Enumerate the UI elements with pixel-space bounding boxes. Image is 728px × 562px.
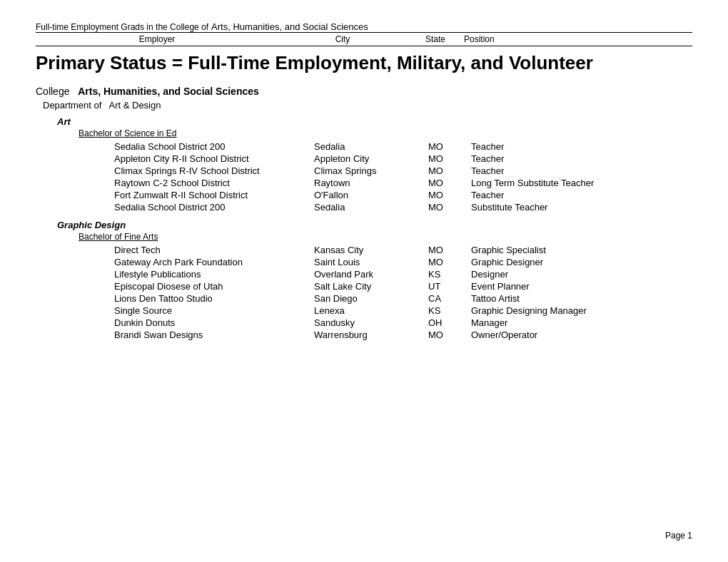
- position-cell: Designer: [471, 269, 671, 280]
- table-row: Sedalia School District 200SedaliaMOSubs…: [36, 202, 692, 213]
- employer-cell: Gateway Arch Park Foundation: [114, 257, 314, 267]
- city-cell: Warrensburg: [314, 329, 428, 340]
- state-cell: MO: [428, 165, 471, 176]
- table-row: Lifestyle PublicationsOverland ParkKSDes…: [36, 269, 692, 280]
- table-row: Episcopal Diosese of UtahSalt Lake CityU…: [36, 281, 692, 292]
- position-cell: Tattoo Artist: [471, 293, 671, 304]
- report-header: Full-time Employment Grads in the Colleg…: [36, 21, 692, 46]
- employer-cell: Single Source: [114, 305, 314, 316]
- page-number: Page 1: [665, 531, 692, 541]
- col-header-employer: Employer: [36, 34, 278, 44]
- department-name: Art & Design: [109, 100, 161, 111]
- city-cell: San Diego: [314, 293, 428, 304]
- city-cell: Sandusky: [314, 317, 428, 328]
- header-college: Arts, Humanities, and Social Sciences: [211, 21, 368, 32]
- employer-cell: Sedalia School District 200: [114, 202, 314, 213]
- table-row: Brandi Swan DesignsWarrensburgMOOwner/Op…: [36, 329, 692, 340]
- column-headers: Employer City State Position: [36, 32, 692, 46]
- college-label-text: College: [36, 86, 69, 97]
- state-cell: MO: [428, 178, 471, 188]
- position-cell: Teacher: [471, 165, 671, 176]
- state-cell: MO: [428, 257, 471, 267]
- position-cell: Graphic Designer: [471, 257, 671, 267]
- table-row: Gateway Arch Park FoundationSaint LouisM…: [36, 257, 692, 267]
- city-cell: Raytown: [314, 178, 428, 188]
- position-cell: Manager: [471, 317, 671, 328]
- position-cell: Event Planner: [471, 281, 671, 292]
- position-cell: Graphic Designing Manager: [471, 305, 671, 316]
- employer-cell: Brandi Swan Designs: [114, 329, 314, 340]
- table-row: Sedalia School District 200SedaliaMOTeac…: [36, 141, 692, 152]
- employer-cell: Raytown C-2 School District: [114, 178, 314, 188]
- position-cell: Owner/Operator: [471, 329, 671, 340]
- city-cell: Appleton City: [314, 153, 428, 164]
- department-label-text: Department of: [43, 100, 101, 111]
- city-cell: Climax Springs: [314, 165, 428, 176]
- subject-label-0: Art: [57, 116, 692, 127]
- state-cell: MO: [428, 202, 471, 213]
- table-row: Direct TechKansas CityMOGraphic Speciali…: [36, 245, 692, 255]
- city-cell: Sedalia: [314, 141, 428, 152]
- table-row: Lions Den Tattoo StudioSan DiegoCATattoo…: [36, 293, 692, 304]
- employer-cell: Climax Springs R-IV School District: [114, 165, 314, 176]
- employer-cell: Sedalia School District 200: [114, 141, 314, 152]
- state-cell: KS: [428, 269, 471, 280]
- table-row: Climax Springs R-IV School DistrictClima…: [36, 165, 692, 176]
- employer-cell: Lions Den Tattoo Studio: [114, 293, 314, 304]
- city-cell: Salt Lake City: [314, 281, 428, 292]
- department-label: Department of Art & Design: [43, 100, 692, 111]
- state-cell: MO: [428, 329, 471, 340]
- city-cell: Kansas City: [314, 245, 428, 255]
- state-cell: MO: [428, 153, 471, 164]
- state-cell: CA: [428, 293, 471, 304]
- col-header-state: State: [407, 34, 464, 44]
- employer-cell: Lifestyle Publications: [114, 269, 314, 280]
- table-row: Fort Zumwalt R-II School DistrictO'Fallo…: [36, 190, 692, 200]
- city-cell: Saint Louis: [314, 257, 428, 267]
- employer-cell: Dunkin Donuts: [114, 317, 314, 328]
- city-cell: Sedalia: [314, 202, 428, 213]
- page-title: Primary Status = Full-Time Employment, M…: [36, 52, 692, 74]
- position-cell: Substitute Teacher: [471, 202, 671, 213]
- sections-container: ArtBachelor of Science in EdSedalia Scho…: [36, 116, 692, 340]
- degree-label-1: Bachelor of Fine Arts: [79, 232, 692, 242]
- position-cell: Long Term Substitute Teacher: [471, 178, 671, 188]
- position-cell: Teacher: [471, 190, 671, 200]
- page-footer: Page 1: [665, 531, 692, 541]
- table-row: Dunkin DonutsSanduskyOHManager: [36, 317, 692, 328]
- college-label: College Arts, Humanities, and Social Sci…: [36, 86, 692, 97]
- subject-label-1: Graphic Design: [57, 220, 692, 230]
- position-cell: Graphic Specialist: [471, 245, 671, 255]
- position-cell: Teacher: [471, 153, 671, 164]
- state-cell: MO: [428, 190, 471, 200]
- col-header-position: Position: [464, 34, 664, 44]
- employer-cell: Direct Tech: [114, 245, 314, 255]
- table-row: Raytown C-2 School DistrictRaytownMOLong…: [36, 178, 692, 188]
- city-cell: O'Fallon: [314, 190, 428, 200]
- col-header-city: City: [278, 34, 407, 44]
- employer-cell: Episcopal Diosese of Utah: [114, 281, 314, 292]
- state-cell: MO: [428, 245, 471, 255]
- employer-cell: Fort Zumwalt R-II School District: [114, 190, 314, 200]
- college-section: College Arts, Humanities, and Social Sci…: [36, 86, 692, 111]
- city-cell: Lenexa: [314, 305, 428, 316]
- state-cell: UT: [428, 281, 471, 292]
- state-cell: OH: [428, 317, 471, 328]
- state-cell: MO: [428, 141, 471, 152]
- header-label: Full-time Employment Grads in the Colleg…: [36, 22, 208, 32]
- position-cell: Teacher: [471, 141, 671, 152]
- table-row: Single SourceLenexaKSGraphic Designing M…: [36, 305, 692, 316]
- state-cell: KS: [428, 305, 471, 316]
- city-cell: Overland Park: [314, 269, 428, 280]
- table-row: Appleton City R-II School DistrictApplet…: [36, 153, 692, 164]
- employer-cell: Appleton City R-II School District: [114, 153, 314, 164]
- degree-label-0: Bachelor of Science in Ed: [79, 128, 692, 138]
- college-name: Arts, Humanities, and Social Sciences: [78, 86, 259, 97]
